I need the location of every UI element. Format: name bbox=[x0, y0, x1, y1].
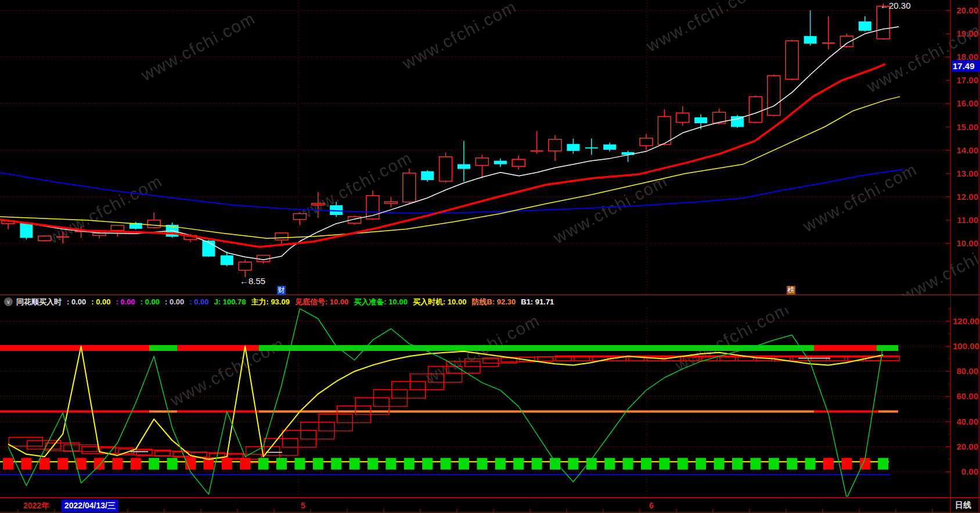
indicator-value-field: : 0.00 bbox=[67, 297, 86, 306]
candle-up bbox=[403, 173, 416, 202]
month-label: 6 bbox=[649, 501, 654, 510]
mid-signal-line bbox=[259, 410, 814, 412]
signal-block bbox=[532, 458, 542, 469]
signal-block bbox=[568, 458, 578, 469]
signal-block bbox=[623, 458, 633, 469]
month-label: 5 bbox=[301, 501, 305, 510]
candle-down bbox=[221, 255, 233, 265]
ladder-box bbox=[774, 357, 808, 361]
signal-block bbox=[404, 458, 415, 469]
price-axis-label: 11.00 bbox=[953, 215, 978, 225]
low-price-annotation: ←8.55 bbox=[240, 276, 265, 286]
candle-up bbox=[749, 96, 762, 122]
indicator-value-field: : 0.00 bbox=[116, 297, 135, 306]
indicator-axis-label: 20.00 bbox=[953, 442, 978, 452]
signal-block bbox=[276, 458, 287, 469]
indicator-value-field: : 0.00 bbox=[140, 297, 160, 306]
indicator-value-field: 买入时机: 10.00 bbox=[413, 297, 466, 307]
signal-block bbox=[441, 458, 451, 469]
period-button[interactable]: 日线 bbox=[955, 500, 971, 511]
signal-block bbox=[21, 458, 31, 469]
top-signal-bar bbox=[0, 345, 149, 351]
candle-up bbox=[676, 113, 689, 122]
indicator-axis-label: 100.00 bbox=[953, 341, 978, 351]
signal-block bbox=[459, 458, 469, 469]
watermark: www.cfchi.com bbox=[399, 0, 520, 73]
event-marker-tag[interactable]: 财 bbox=[277, 286, 286, 295]
candle-down bbox=[494, 161, 507, 164]
candle-up bbox=[475, 158, 488, 166]
price-axis-label: 16.00 bbox=[953, 98, 978, 109]
indicator-axis-label: 120.00 bbox=[953, 316, 978, 327]
candle-up bbox=[239, 262, 251, 270]
top-signal-bar bbox=[814, 345, 877, 351]
candle-up bbox=[93, 233, 106, 235]
selected-date-box: 2022/04/13/三 bbox=[62, 500, 118, 512]
price-axis-label: 13.00 bbox=[953, 168, 978, 179]
watermark: www.cfchi.com bbox=[643, 0, 763, 56]
signal-block bbox=[112, 458, 123, 469]
signal-block bbox=[131, 458, 141, 469]
top-signal-bar bbox=[877, 345, 898, 351]
candle-up bbox=[786, 41, 798, 79]
signal-block bbox=[769, 458, 779, 469]
signal-block bbox=[167, 458, 178, 469]
candle-up bbox=[312, 203, 325, 205]
watermark: www.cfchi.com bbox=[138, 9, 258, 85]
watermark: www.cfchi.com bbox=[799, 160, 920, 236]
collapse-indicator-icon[interactable]: ∨ bbox=[4, 297, 13, 306]
candle-up bbox=[38, 236, 51, 241]
top-signal-bar bbox=[149, 345, 177, 351]
signal-block bbox=[823, 458, 834, 469]
signal-block bbox=[841, 458, 852, 469]
indicator-axis-label: 40.00 bbox=[953, 417, 978, 427]
signal-block bbox=[258, 458, 269, 469]
price-axis-label: 19.00 bbox=[953, 28, 978, 39]
candle-up bbox=[640, 138, 653, 146]
candle-up bbox=[384, 202, 397, 203]
chart-canvas[interactable]: www.cfchi.comwww.cfchi.comwww.cfchi.comw… bbox=[0, 0, 980, 513]
candle-down bbox=[804, 36, 817, 44]
price-axis-label: 12.00 bbox=[953, 192, 978, 202]
signal-block bbox=[696, 458, 706, 469]
candle-up bbox=[512, 159, 525, 166]
indicator-value-field: : 0.00 bbox=[165, 297, 184, 306]
candle-up bbox=[877, 6, 889, 39]
top-signal-bar bbox=[259, 345, 814, 351]
signal-block bbox=[604, 458, 615, 469]
high-price-annotation: ←20.30 bbox=[880, 1, 911, 10]
indicator-value-field: 见底信号: 10.00 bbox=[295, 297, 348, 307]
indicator-axis-label: 0.00 bbox=[953, 467, 978, 477]
signal-block bbox=[313, 458, 323, 469]
signal-block bbox=[39, 458, 50, 469]
ladder-box bbox=[793, 357, 827, 361]
indicator-value-field: 买入准备: 10.00 bbox=[354, 297, 407, 307]
event-marker-tag[interactable]: 榜 bbox=[787, 286, 795, 295]
signal-block bbox=[878, 458, 888, 469]
signal-block bbox=[641, 458, 651, 469]
candle-down bbox=[202, 241, 215, 256]
candle-up bbox=[768, 76, 780, 115]
signal-block bbox=[550, 458, 560, 469]
signal-block bbox=[3, 458, 13, 469]
signal-block bbox=[331, 458, 341, 469]
candle-down bbox=[603, 145, 616, 150]
signal-block bbox=[750, 458, 761, 469]
candle-up bbox=[275, 233, 288, 240]
indicator-value-field: : 0.00 bbox=[189, 297, 208, 306]
top-signal-bar bbox=[177, 345, 259, 351]
signal-block bbox=[513, 458, 524, 469]
signal-block bbox=[659, 458, 669, 469]
signal-block bbox=[294, 458, 305, 469]
axis-year-label: 2022年 bbox=[23, 501, 49, 511]
signal-block bbox=[385, 458, 396, 469]
candle-up bbox=[111, 225, 124, 231]
mid-signal-line bbox=[177, 410, 259, 412]
indicator-value-field: 同花顺买入时 bbox=[16, 297, 62, 307]
price-axis-label: 18.00 bbox=[953, 52, 978, 62]
indicator-header: ∨ 同花顺买入时: 0.00: 0.00: 0.00: 0.00: 0.00: … bbox=[0, 296, 950, 308]
candle-up bbox=[658, 116, 671, 144]
mid-signal-line bbox=[149, 410, 177, 412]
indicator-axis-label: 80.00 bbox=[953, 366, 978, 376]
candle-down bbox=[421, 171, 434, 180]
